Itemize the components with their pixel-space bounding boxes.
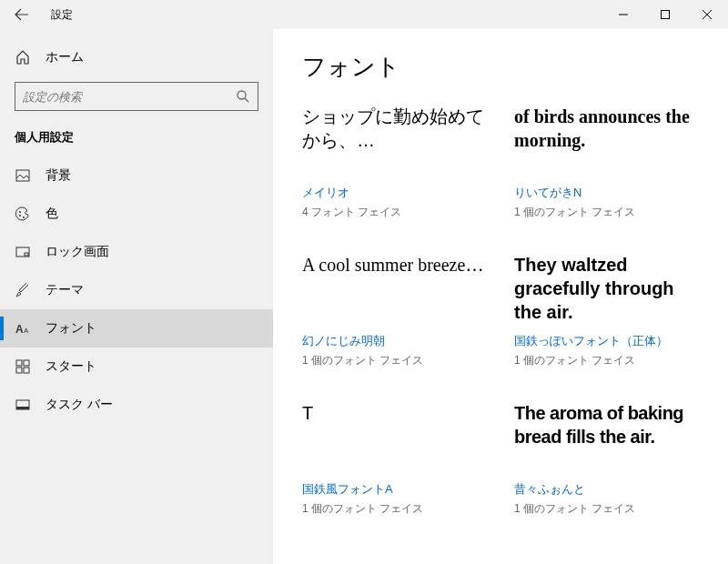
brush-icon bbox=[15, 283, 31, 297]
svg-rect-15 bbox=[16, 407, 29, 409]
font-tile[interactable]: of birds announces the morning. りいてがきN 1… bbox=[514, 105, 699, 220]
back-button[interactable] bbox=[7, 0, 36, 29]
svg-rect-12 bbox=[16, 368, 22, 373]
palette-icon bbox=[15, 206, 31, 221]
search-input[interactable] bbox=[23, 90, 236, 104]
sidebar-item-colors[interactable]: 色 bbox=[0, 195, 273, 233]
taskbar-icon bbox=[15, 398, 31, 412]
main-panel: フォント ショップに勤め始めてから、… メイリオ 4 フォント フェイス of … bbox=[273, 29, 728, 564]
svg-point-4 bbox=[19, 215, 21, 217]
svg-rect-2 bbox=[16, 170, 29, 181]
maximize-button[interactable] bbox=[644, 0, 686, 29]
search-icon bbox=[236, 89, 250, 104]
font-tile[interactable]: They waltzed gracefully through the air.… bbox=[514, 253, 699, 368]
search-box[interactable] bbox=[15, 82, 258, 111]
minimize-button[interactable] bbox=[602, 0, 644, 29]
font-preview: of birds announces the morning. bbox=[514, 105, 699, 176]
section-header: 個人用設定 bbox=[0, 126, 273, 156]
svg-rect-10 bbox=[16, 360, 22, 366]
font-face-count: 1 個のフォント フェイス bbox=[302, 501, 487, 517]
font-tile[interactable]: The aroma of baking bread fills the air.… bbox=[514, 401, 699, 517]
sidebar-item-fonts[interactable]: AA フォント bbox=[0, 309, 273, 347]
sidebar-item-label: 背景 bbox=[46, 167, 71, 184]
picture-icon bbox=[15, 168, 31, 183]
lockscreen-icon bbox=[15, 245, 31, 259]
font-preview: A cool summer breeze… bbox=[302, 253, 487, 324]
font-face-count: 4 フォント フェイス bbox=[302, 205, 487, 220]
svg-rect-13 bbox=[24, 368, 29, 373]
font-preview: The aroma of baking bread fills the air. bbox=[514, 401, 699, 472]
font-tile[interactable]: A cool summer breeze… 幻ノにじみ明朝 1 個のフォント フ… bbox=[302, 253, 487, 368]
home-link[interactable]: ホーム bbox=[0, 40, 273, 75]
window-controls bbox=[602, 0, 728, 29]
font-name: メイリオ bbox=[302, 185, 487, 201]
maximize-icon bbox=[661, 10, 670, 19]
close-button[interactable] bbox=[686, 0, 728, 29]
font-name: 昔々ふぉんと bbox=[514, 481, 699, 498]
font-tile[interactable]: ショップに勤め始めてから、… メイリオ 4 フォント フェイス bbox=[302, 105, 487, 220]
font-name: 幻ノにじみ明朝 bbox=[302, 333, 487, 349]
svg-text:A: A bbox=[15, 323, 24, 336]
start-icon bbox=[15, 359, 31, 374]
sidebar-item-label: スタート bbox=[46, 358, 96, 375]
font-icon: AA bbox=[15, 321, 31, 336]
font-preview: ショップに勤め始めてから、… bbox=[302, 105, 487, 176]
sidebar-item-lockscreen[interactable]: ロック画面 bbox=[0, 233, 273, 271]
font-name: 国鉄っぽいフォント（正体） bbox=[514, 333, 699, 349]
sidebar-item-taskbar[interactable]: タスク バー bbox=[0, 386, 273, 424]
font-face-count: 1 個のフォント フェイス bbox=[514, 205, 699, 220]
font-face-count: 1 個のフォント フェイス bbox=[302, 353, 487, 368]
sidebar-item-themes[interactable]: テーマ bbox=[0, 271, 273, 309]
titlebar-left: 設定 bbox=[0, 0, 73, 29]
font-face-count: 1 個のフォント フェイス bbox=[514, 353, 699, 368]
svg-rect-11 bbox=[24, 360, 29, 366]
font-face-count: 1 個のフォント フェイス bbox=[514, 501, 699, 517]
sidebar-item-label: テーマ bbox=[46, 282, 84, 298]
content: ホーム 個人用設定 背景 色 ロック画面 テーマ AA フォント bbox=[0, 29, 728, 564]
page-title: フォント bbox=[302, 51, 699, 83]
sidebar-item-background[interactable]: 背景 bbox=[0, 156, 273, 195]
svg-rect-7 bbox=[25, 253, 28, 256]
titlebar: 設定 bbox=[0, 0, 728, 29]
minimize-icon bbox=[619, 10, 628, 19]
sidebar-item-label: 色 bbox=[46, 206, 58, 222]
arrow-left-icon bbox=[15, 7, 29, 22]
sidebar-item-start[interactable]: スタート bbox=[0, 347, 273, 386]
font-name: りいてがきN bbox=[514, 185, 699, 201]
svg-point-1 bbox=[238, 91, 246, 99]
font-preview: T bbox=[302, 401, 487, 472]
home-label: ホーム bbox=[46, 49, 84, 65]
svg-text:A: A bbox=[24, 327, 29, 335]
svg-point-5 bbox=[23, 217, 25, 218]
sidebar-item-label: タスク バー bbox=[46, 397, 113, 413]
font-tile[interactable]: T 国鉄風フォントA 1 個のフォント フェイス bbox=[302, 401, 487, 517]
sidebar: ホーム 個人用設定 背景 色 ロック画面 テーマ AA フォント bbox=[0, 29, 273, 564]
svg-point-3 bbox=[19, 211, 21, 213]
font-preview: They waltzed gracefully through the air. bbox=[514, 253, 699, 324]
font-name: 国鉄風フォントA bbox=[302, 481, 487, 498]
svg-rect-0 bbox=[662, 11, 670, 19]
window-title: 設定 bbox=[51, 7, 73, 23]
sidebar-item-label: フォント bbox=[46, 320, 96, 337]
sidebar-item-label: ロック画面 bbox=[46, 244, 109, 260]
search-container bbox=[0, 75, 273, 126]
home-icon bbox=[15, 50, 31, 65]
close-icon bbox=[703, 10, 712, 19]
font-grid: ショップに勤め始めてから、… メイリオ 4 フォント フェイス of birds… bbox=[302, 105, 699, 517]
